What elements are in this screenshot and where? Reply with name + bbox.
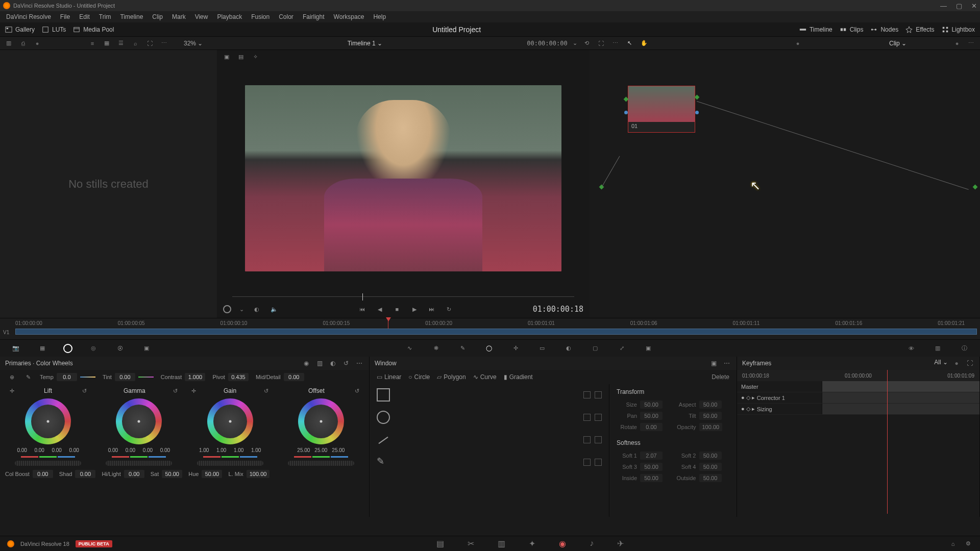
tracker-icon[interactable]: ✢ [510,343,521,354]
polygon-tab[interactable]: ▱ Polygon [437,373,465,381]
soft2-value[interactable]: 50.00 [699,452,722,460]
settings-icon[interactable]: ⚙ [964,539,973,548]
stop-icon[interactable]: ■ [393,305,402,314]
opacity-value[interactable]: 100.00 [699,423,723,431]
invert-toggle[interactable] [595,414,602,421]
play-icon[interactable]: ▶ [410,305,419,314]
menu-fairlight[interactable]: Fairlight [299,12,329,22]
menu-edit[interactable]: Edit [75,12,94,22]
gain-g[interactable]: 1.00 [231,447,247,453]
scrubber-playhead[interactable] [362,293,363,300]
menu-color[interactable]: Color [275,12,298,22]
home-icon[interactable]: ⌂ [948,539,958,548]
pan-value[interactable]: 50.00 [640,412,663,420]
menu-timeline[interactable]: Timeline [116,12,147,22]
invert-toggle[interactable] [595,391,602,398]
gamma-y[interactable]: 0.00 [105,447,120,453]
kf-expand-icon[interactable]: ⛶ [965,359,974,368]
nodes-toggle[interactable]: Nodes [870,26,898,33]
linear-tab[interactable]: ▭ Linear [377,373,401,381]
menu-fusion[interactable]: Fusion [247,12,274,22]
3d-icon[interactable]: ▣ [643,343,654,354]
cut-page-icon[interactable]: ✂ [468,539,474,548]
gain-wheel[interactable] [207,398,253,444]
expand-icon[interactable]: ⛶ [145,39,154,48]
shad-value[interactable]: 0.00 [75,470,95,478]
gain-picker-icon[interactable]: ✛ [189,386,199,395]
auto-balance-icon[interactable]: ⊕ [7,372,16,382]
lift-y[interactable]: 0.00 [14,447,30,453]
go-last-icon[interactable]: ⏭ [427,305,436,314]
hdr-wheels-icon[interactable]: ◎ [88,343,99,354]
rgb-mixer-icon[interactable]: ⦿ [114,343,126,354]
hue-value[interactable]: 50.00 [202,470,222,478]
menu-workspace[interactable]: Workspace [330,12,369,22]
offset-wheel[interactable] [298,398,344,444]
menu-trim[interactable]: Trim [95,12,115,22]
wipe-icon[interactable]: ◐ [252,305,261,314]
viewer-more-icon[interactable]: ⋯ [611,39,620,48]
shape-pen-row[interactable] [377,456,602,469]
offset-jog[interactable] [288,461,354,466]
menu-help[interactable]: Help [369,12,390,22]
primaries-mode1-icon[interactable]: ◉ [302,359,311,368]
blur-icon[interactable]: ◐ [563,343,574,354]
soft3-value[interactable]: 50.00 [640,463,663,471]
color-warper-icon[interactable]: ❋ [430,343,442,354]
invert-toggle[interactable] [595,436,602,443]
clips-toggle[interactable]: Clips [840,26,864,33]
viewer-image[interactable] [245,85,561,271]
source-timecode[interactable]: 00:00:00:00 [527,40,567,47]
edit-page-icon[interactable]: ▥ [498,539,505,548]
shape-rect-row[interactable] [377,388,602,402]
viewer-zoom[interactable]: 32% ⌄ [184,40,203,47]
colboost-value[interactable]: 0.00 [33,470,53,478]
menu-clip[interactable]: Clip [148,12,167,22]
sizing-icon[interactable]: ⤢ [616,343,627,354]
gamma-wheel[interactable] [116,398,162,444]
lift-wheel[interactable] [25,398,71,444]
search-icon[interactable]: ⌕ [131,39,140,48]
viewer-mode1-icon[interactable]: ▣ [222,52,231,61]
minimize-button[interactable]: — [940,2,947,10]
lightbox-toggle[interactable]: Lightbox [942,26,975,33]
rotate-value[interactable]: 0.00 [640,423,663,431]
clip-mode-dropdown[interactable]: Clip ⌄ [889,40,906,47]
hilight-value[interactable]: 0.00 [124,470,144,478]
scopes-icon[interactable]: ▥ [932,343,943,354]
sidebar-toggle-icon[interactable]: ▥ [4,39,13,48]
media-page-icon[interactable]: ▤ [436,539,444,548]
lift-r[interactable]: 0.00 [32,447,47,453]
kf-corrector-row[interactable]: ● ◇ ▸ Corrector 1 [737,394,822,401]
timeline-clip[interactable] [15,329,977,335]
window-more-icon[interactable]: ⋯ [722,359,731,368]
chevron-down-icon[interactable]: ⌄ [573,40,577,46]
tint-value[interactable]: 0.00 [115,373,135,381]
camera-raw-icon[interactable]: 📷 [10,343,21,354]
keyframes-mode[interactable]: All ⌄ [934,359,948,368]
inside-value[interactable]: 50.00 [640,474,663,482]
luts-toggle[interactable]: LUTs [42,26,66,33]
timeline-playhead[interactable] [388,318,388,329]
key-icon[interactable]: ▢ [590,343,601,354]
grid-view-icon[interactable]: ▦ [102,39,111,48]
fullscreen-icon[interactable]: ⛶ [597,39,606,48]
bypass-chevron-icon[interactable]: ⌄ [239,306,244,313]
magic-wand-icon[interactable]: ✧ [251,52,260,61]
window-preset-icon[interactable]: ▣ [709,359,718,368]
picker-icon[interactable]: ✎ [23,372,33,382]
keyframe-eye-icon[interactable]: 👁 [905,343,917,354]
gain-reset-icon[interactable]: ↺ [262,386,271,395]
node-dot-icon[interactable]: ● [793,39,802,48]
keyframe-playhead[interactable] [887,370,888,514]
loop-icon[interactable]: ⟲ [582,39,592,48]
gamma-jog[interactable] [106,461,172,466]
menu-app[interactable]: DaVinci Resolve [2,12,55,22]
primaries-mode2-icon[interactable]: ▥ [315,359,324,368]
viewer-timecode[interactable]: 01:00:00:18 [533,305,583,314]
motion-effects-icon[interactable]: ▣ [141,343,152,354]
dot-icon[interactable]: ● [33,39,42,48]
lift-picker-icon[interactable]: ✛ [7,386,16,395]
mini-timeline[interactable]: V1 01:00:00:00 01:00:00:05 01:00:00:10 0… [0,318,980,339]
magic-mask-icon[interactable]: ▭ [536,343,548,354]
